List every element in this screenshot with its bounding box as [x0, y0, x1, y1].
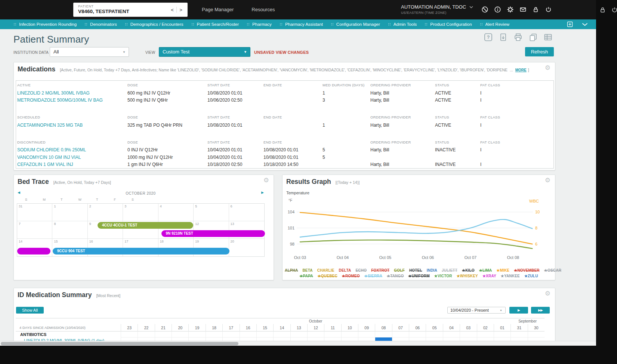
gear-icon[interactable]	[507, 6, 514, 13]
medication-name-link[interactable]: METRONIDAZOLE 500MG/100ML IV BAG	[16, 98, 125, 103]
horizontal-scrollbar[interactable]	[0, 341, 596, 346]
refresh-button[interactable]: Refresh	[525, 47, 554, 56]
calendar-next-icon[interactable]: ▶	[261, 191, 264, 194]
previous-patient-button[interactable]: <	[168, 7, 176, 13]
help-icon[interactable]: ?	[484, 33, 493, 41]
legend-whiskey[interactable]: ★WHISKEY	[457, 274, 478, 278]
legend-papa[interactable]: ★PAPA	[299, 274, 313, 278]
institution-data-select[interactable]: All ▼	[50, 47, 129, 57]
page-manager-link[interactable]: Page Manager	[202, 7, 234, 12]
legend-foxtrot[interactable]: FOXTROT	[371, 268, 389, 272]
mail-icon[interactable]	[519, 6, 527, 13]
legend-beta[interactable]: BETA	[302, 268, 312, 272]
info-icon[interactable]	[494, 6, 501, 13]
legend-romeo[interactable]: ★ROMEO	[342, 274, 360, 278]
print-icon[interactable]	[514, 33, 522, 41]
medication-name-link[interactable]: LINEZOLID 2 MG/ML 300ML IVBAG (1 day)	[16, 337, 121, 341]
add-panel-icon[interactable]	[567, 21, 573, 27]
step-forward-button[interactable]: ▶	[509, 307, 528, 314]
medication-name-link[interactable]: SODIUM CHLORIDE 0.9% 250ML	[16, 147, 125, 152]
bed-stay-bar[interactable]	[17, 248, 50, 255]
legend-uniform[interactable]: ★UNIFORM	[408, 274, 430, 278]
legend-quebec[interactable]: ★QUEBEC	[318, 274, 337, 278]
nav-item-patient-search-roster[interactable]: Patient Search/Roster	[188, 19, 243, 29]
settings-gear-icon[interactable]: ⚙	[545, 290, 550, 297]
calendar-day-cell[interactable]: 31	[17, 204, 52, 221]
nav-item-denominators[interactable]: Denominators	[81, 19, 121, 29]
bed-stay-bar-4ccu-4ccu-1-test[interactable]: 4CCU 4CCU-1 TEST	[98, 222, 193, 229]
calendar-day-cell[interactable]: 6	[229, 204, 264, 221]
legend-golf[interactable]: GOLF	[394, 268, 405, 272]
settings-gear-icon[interactable]: ⚙	[263, 177, 269, 183]
calendar-day-cell[interactable]: 1	[52, 204, 87, 221]
power-icon[interactable]	[545, 6, 552, 13]
legend-xray[interactable]: ★XRAY	[482, 274, 496, 278]
legend-kilo[interactable]: ★KILO	[462, 268, 475, 272]
medication-name-link[interactable]: CEFAZOLIN 1 GM VIAL INJ	[16, 162, 125, 167]
calendar-prev-icon[interactable]: ◀	[18, 191, 20, 194]
settings-gear-icon[interactable]: ⚙	[545, 177, 550, 183]
export-document-icon[interactable]	[499, 33, 508, 41]
power-icon[interactable]	[611, 6, 617, 13]
nav-item-configuration-manager[interactable]: Configuration Manager	[327, 19, 384, 29]
medication-name-link[interactable]: VANCOMYCIN 10 GM INJ VIAL	[16, 155, 125, 160]
ordering-provider-cell: Harty, Bill	[368, 90, 433, 96]
nav-item-pharmacy-assistant[interactable]: Pharmacy Assistant	[276, 19, 327, 29]
dose-cell: 325 mg TAB PO Q4Hr PRN	[125, 123, 205, 128]
medication-dose-cell[interactable]	[375, 337, 392, 341]
chevron-down-icon[interactable]	[582, 23, 588, 26]
legend-charlie[interactable]: CHARLIE	[317, 268, 334, 272]
legend-sierra[interactable]: ★SIERRA	[364, 274, 382, 278]
resources-link[interactable]: Resources	[252, 7, 275, 12]
nav-item-pharmacy[interactable]: Pharmacy	[243, 19, 276, 29]
table-view-icon[interactable]	[544, 33, 552, 41]
lock-icon[interactable]	[532, 6, 539, 13]
legend-juliett[interactable]: JULIETT	[442, 268, 457, 272]
show-all-button[interactable]: Show All	[16, 307, 44, 314]
bed-stay-bar-9n-9210n-test[interactable]: 9N 9210N TEST	[161, 230, 265, 237]
legend-alpha[interactable]: ALPHA	[285, 268, 298, 272]
calendar-day-cell[interactable]: 2	[88, 204, 123, 221]
calendar-day-cell[interactable]: 3	[123, 204, 158, 221]
bed-stay-bar-9ccu-904-test[interactable]: 9CCU 904 TEST	[53, 248, 230, 255]
dow-label: S	[25, 198, 27, 201]
nav-item-infection-prevention-rounding[interactable]: Infection Prevention Rounding	[10, 19, 81, 29]
legend-hotel[interactable]: HOTEL	[409, 268, 422, 272]
legend-lima[interactable]: ★LIMA	[479, 268, 492, 272]
legend-echo[interactable]: ECHO	[355, 268, 367, 272]
more-link[interactable]: MORE	[515, 68, 527, 72]
calendar-day-cell[interactable]: 4	[158, 204, 194, 221]
legend-tango[interactable]: ★TANGO	[387, 274, 404, 278]
ban-icon[interactable]	[481, 6, 488, 13]
nav-item-alert-review[interactable]: Alert Review	[476, 19, 514, 29]
legend-india[interactable]: INDIA	[427, 268, 437, 272]
lock-icon[interactable]	[599, 6, 606, 13]
calendar-day-cell[interactable]: 7	[17, 221, 52, 239]
panel-title: ID Medication Summary	[18, 291, 92, 299]
settings-gear-icon[interactable]: ⚙	[545, 65, 550, 71]
nav-item-admin-tools[interactable]: Admin Tools	[384, 19, 421, 29]
legend-zulu[interactable]: ★ZULU	[524, 274, 538, 278]
user-menu[interactable]: AUTOMATION ADMIN, TDOC US/EASTERN (TIME …	[401, 4, 473, 15]
fast-forward-button[interactable]: ▶▶	[531, 307, 550, 314]
next-patient-button[interactable]: >	[177, 7, 185, 13]
calendar-day-cell[interactable]: 5	[194, 204, 229, 221]
nav-item-product-configuration[interactable]: Product Configuration	[421, 19, 476, 29]
legend-oscar[interactable]: ★OSCAR	[544, 268, 561, 272]
nav-item-demographics-encounters[interactable]: Demographics / Encounters	[121, 19, 188, 29]
copy-icon[interactable]	[529, 33, 537, 41]
legend-victor[interactable]: ★VICTOR	[434, 274, 452, 278]
patient-selector[interactable]: PATIENT V8460, TESTPATIENT < >	[73, 3, 188, 17]
medication-name-link[interactable]: LINEZOLID 2 MG/ML 300ML IVBAG	[16, 90, 125, 96]
legend-delta[interactable]: DELTA	[339, 268, 351, 272]
date-range-select[interactable]: 10/04/2020 - Present ▼	[447, 307, 506, 314]
calendar-day-cell[interactable]: 8	[52, 221, 87, 239]
scrollbar-thumb[interactable]	[1, 342, 238, 345]
legend-november[interactable]: ★NOVEMBER	[514, 268, 540, 272]
results-graph-panel: Results Graph [(Today + 14)] ⚙ Temperatu…	[282, 175, 555, 280]
legend-yankee[interactable]: ★YANKEE	[501, 274, 520, 278]
calendar-day-cell[interactable]: 20	[229, 239, 264, 256]
medication-name-link[interactable]: ACETAMINOPHEN 325 MG TAB	[16, 123, 125, 128]
view-select[interactable]: Custom Test ▼	[159, 47, 250, 57]
legend-mike[interactable]: ★MIKE	[496, 268, 509, 272]
